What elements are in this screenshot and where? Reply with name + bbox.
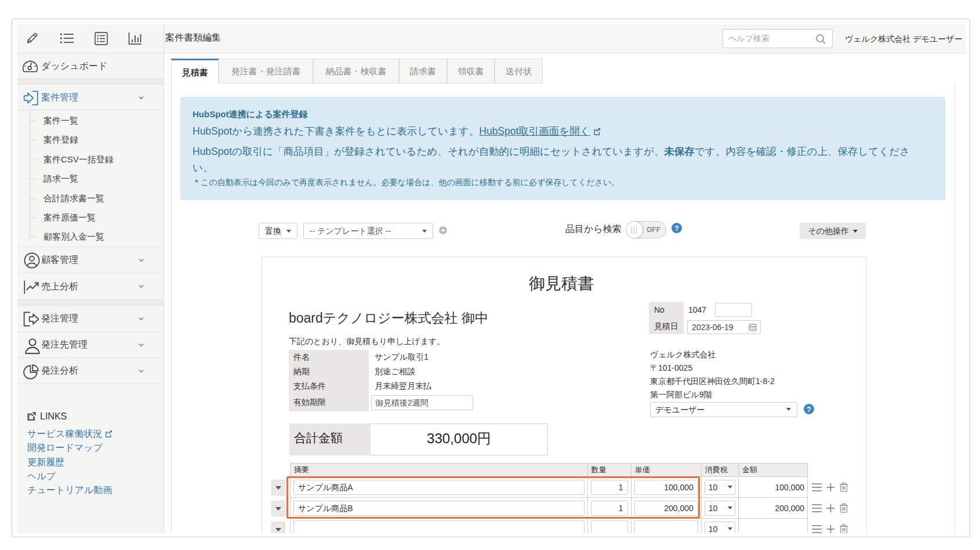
svg-text:?: ? [807, 406, 811, 414]
svg-text:?: ? [674, 225, 678, 233]
